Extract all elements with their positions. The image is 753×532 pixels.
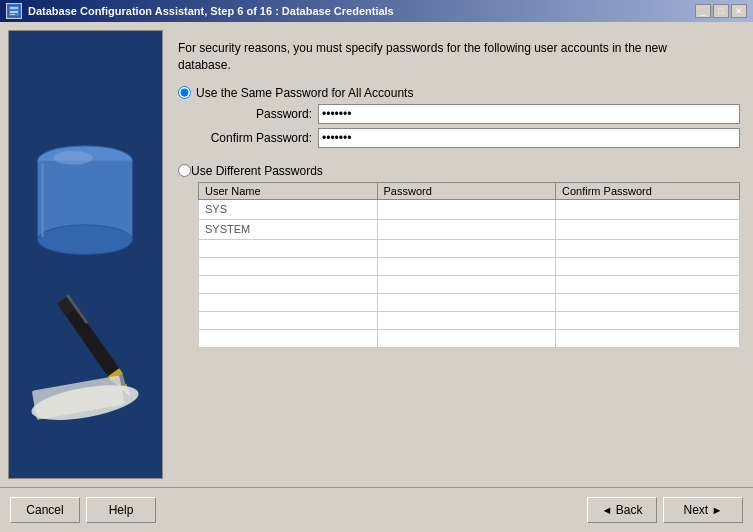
svg-point-8 <box>53 151 92 165</box>
minimize-button[interactable]: _ <box>695 4 711 18</box>
window-title: Database Configuration Assistant, Step 6… <box>28 5 394 17</box>
next-arrow-icon: ► <box>712 504 723 516</box>
cell-confirm-sys <box>556 199 740 219</box>
back-arrow-icon: ◄ <box>602 504 613 516</box>
table-row-empty <box>199 329 740 347</box>
cell-username-sys: SYS <box>199 199 378 219</box>
table-row: SYSTEM <box>199 219 740 239</box>
confirm-password-input[interactable] <box>318 128 740 148</box>
col-username: User Name <box>199 182 378 199</box>
cancel-button[interactable]: Cancel <box>10 497 80 523</box>
svg-rect-3 <box>10 14 15 15</box>
same-password-radio[interactable] <box>178 86 191 99</box>
password-label: Password: <box>198 107 318 121</box>
credentials-table: User Name Password Confirm Password SYS <box>198 182 740 348</box>
col-confirm: Confirm Password <box>556 182 740 199</box>
table-row: SYS <box>199 199 740 219</box>
right-panel: For security reasons, you must specify p… <box>173 30 745 479</box>
svg-point-7 <box>38 225 133 255</box>
cell-password-system <box>377 219 556 239</box>
different-passwords-label: Use Different Passwords <box>191 164 323 178</box>
illustration-panel <box>8 30 163 479</box>
title-bar: Database Configuration Assistant, Step 6… <box>0 0 753 22</box>
bottom-bar: Cancel Help ◄ Back Next ► <box>0 487 753 532</box>
password-fields-section: Password: Confirm Password: <box>198 104 740 148</box>
password-input[interactable] <box>318 104 740 124</box>
table-row-empty <box>199 293 740 311</box>
svg-rect-1 <box>10 7 18 9</box>
close-button[interactable]: ✕ <box>731 4 747 18</box>
description: For security reasons, you must specify p… <box>178 40 740 74</box>
help-button[interactable]: Help <box>86 497 156 523</box>
back-button[interactable]: ◄ Back <box>587 497 657 523</box>
main-window: For security reasons, you must specify p… <box>0 22 753 532</box>
table-row-empty <box>199 239 740 257</box>
app-icon <box>6 3 22 19</box>
confirm-password-label: Confirm Password: <box>198 131 318 145</box>
table-row-empty <box>199 257 740 275</box>
col-password: Password <box>377 182 556 199</box>
credentials-table-section: User Name Password Confirm Password SYS <box>198 182 740 348</box>
next-button[interactable]: Next ► <box>663 497 743 523</box>
cell-username-system: SYSTEM <box>199 219 378 239</box>
cell-confirm-system <box>556 219 740 239</box>
same-password-label: Use the Same Password for All Accounts <box>196 86 413 100</box>
maximize-button[interactable]: □ <box>713 4 729 18</box>
cell-password-sys <box>377 199 556 219</box>
table-row-empty <box>199 311 740 329</box>
svg-rect-2 <box>10 11 18 13</box>
different-passwords-radio[interactable] <box>178 164 191 177</box>
table-row-empty <box>199 275 740 293</box>
